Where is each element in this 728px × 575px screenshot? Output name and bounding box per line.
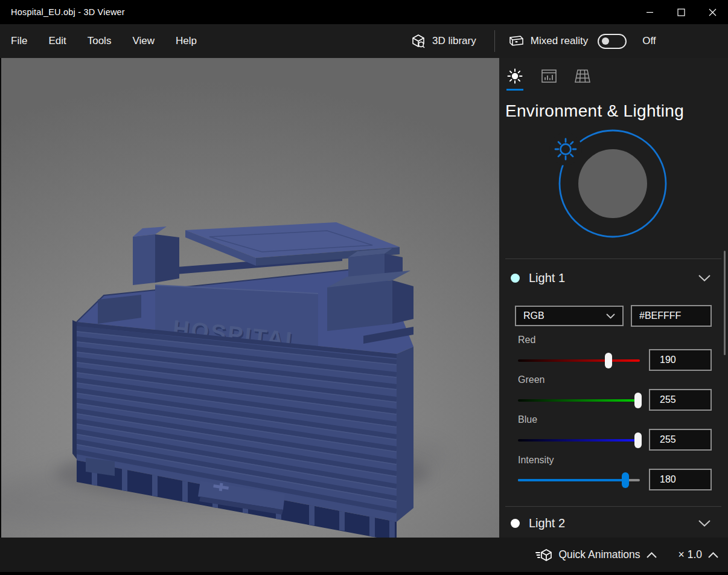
mixed-reality-icon — [508, 34, 525, 48]
close-button[interactable] — [697, 0, 728, 24]
3d-library-button[interactable]: 3D library — [410, 33, 476, 49]
separator — [505, 506, 721, 507]
menu-edit[interactable]: Edit — [48, 35, 66, 47]
menu-separator — [494, 30, 495, 52]
menu-view[interactable]: View — [132, 35, 155, 47]
intensity-slider-track[interactable] — [518, 479, 640, 481]
blue-slider-thumb[interactable] — [634, 432, 642, 448]
3d-library-label: 3D library — [432, 35, 476, 47]
stats-window-icon — [541, 69, 557, 83]
mixed-reality-toggle[interactable] — [598, 34, 627, 49]
red-slider-track[interactable] — [518, 359, 640, 362]
tab-grid[interactable] — [574, 66, 591, 86]
blue-slider-label: Blue — [518, 414, 537, 425]
maximize-button[interactable] — [665, 0, 697, 24]
menu-tools[interactable]: Tools — [88, 35, 112, 47]
menu-file[interactable]: File — [11, 35, 27, 47]
light2-name: Light 2 — [529, 516, 565, 530]
red-slider-thumb[interactable] — [605, 353, 612, 368]
quick-animations-icon — [535, 548, 552, 562]
intensity-slider-fill — [518, 479, 625, 481]
minimize-button[interactable] — [634, 0, 665, 24]
toggle-knob — [602, 37, 609, 45]
intensity-value-input[interactable] — [649, 469, 712, 490]
green-slider-track[interactable] — [518, 399, 640, 402]
light1-header[interactable]: Light 1 — [505, 266, 721, 290]
hex-color-input[interactable] — [631, 305, 712, 327]
intensity-slider-thumb[interactable] — [622, 472, 629, 488]
light1-color-dot — [511, 274, 520, 283]
red-slider-label: Red — [518, 335, 535, 345]
tab-environment-lighting[interactable] — [506, 66, 523, 86]
grid-icon — [575, 69, 590, 83]
mixed-reality-state: Off — [642, 35, 656, 47]
green-slider-thumb[interactable] — [634, 393, 642, 408]
blue-value-input[interactable] — [649, 429, 712, 451]
green-slider-label: Green — [518, 374, 544, 385]
light-rotation-dial[interactable] — [535, 124, 692, 263]
panel-scrollbar[interactable] — [724, 251, 726, 355]
blue-slider-track[interactable] — [518, 439, 640, 442]
window-title: Hospital_EU.obj - 3D Viewer — [11, 7, 125, 17]
intensity-slider-label: Intensity — [518, 455, 554, 466]
panel-tabs — [506, 66, 591, 86]
tab-stats[interactable] — [540, 66, 557, 86]
red-value-input[interactable] — [649, 349, 712, 371]
3d-model-hospital: HOSPITAL HOSPITAL — [1, 58, 500, 538]
color-mode-value: RGB — [523, 310, 544, 321]
separator — [505, 259, 721, 259]
chevron-down-icon — [606, 313, 615, 319]
app-window: Hospital_EU.obj - 3D Viewer File Edit To… — [0, 0, 728, 575]
quick-animations-button[interactable]: Quick Animations — [535, 548, 656, 562]
playback-speed-label: × 1.0 — [679, 548, 702, 561]
bottom-bar: Quick Animations × 1.0 — [0, 538, 728, 575]
quick-animations-label: Quick Animations — [558, 548, 640, 561]
panel-heading: Environment & Lighting — [505, 101, 684, 121]
mixed-reality-label: Mixed reality — [531, 35, 588, 47]
chevron-up-icon — [708, 552, 718, 558]
sun-lighting-icon — [507, 68, 523, 84]
mixed-reality-control: Mixed reality Off — [508, 34, 656, 49]
menu-help[interactable]: Help — [176, 35, 197, 47]
maximize-icon — [677, 8, 685, 16]
minimize-icon — [646, 8, 654, 16]
light2-header[interactable]: Light 2 — [505, 511, 721, 535]
3d-viewport[interactable]: HOSPITAL HOSPITAL — [0, 58, 499, 538]
active-tab-underline — [506, 89, 523, 91]
color-mode-select[interactable]: RGB — [515, 306, 624, 326]
playback-speed-button[interactable]: × 1.0 — [679, 548, 718, 561]
window-titlebar: Hospital_EU.obj - 3D Viewer — [0, 0, 728, 24]
lighting-panel: Environment & Lighting — [499, 58, 728, 538]
chevron-down-icon — [698, 520, 710, 527]
dial-sphere — [578, 149, 647, 218]
close-icon — [709, 8, 717, 16]
chevron-down-icon — [698, 275, 710, 281]
green-value-input[interactable] — [649, 389, 712, 411]
3d-library-cube-icon — [410, 33, 426, 49]
menu-bar: File Edit Tools View Help 3D library — [0, 24, 728, 58]
light2-color-dot — [511, 519, 520, 528]
light1-name: Light 1 — [529, 271, 565, 285]
chevron-up-icon — [647, 552, 657, 558]
